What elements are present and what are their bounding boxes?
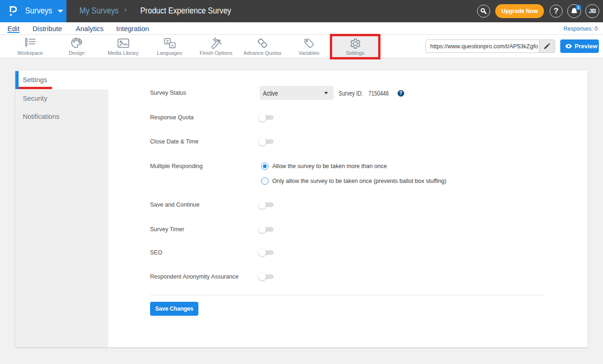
svg-text:文: 文 (165, 39, 170, 44)
svg-text:A: A (171, 43, 174, 48)
